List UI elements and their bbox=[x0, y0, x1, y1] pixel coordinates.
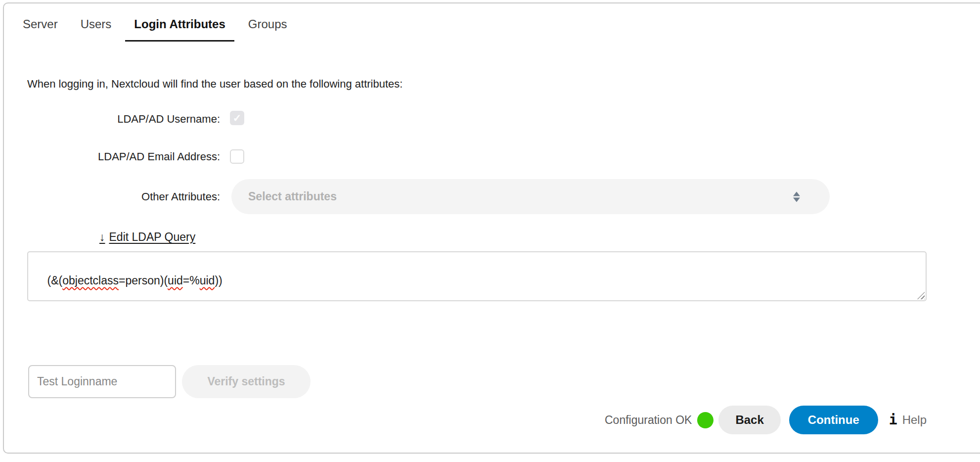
checkmark-icon: ✓ bbox=[233, 113, 242, 123]
username-checkbox[interactable]: ✓ bbox=[230, 111, 244, 125]
ldap-query-text: (&(objectclass=person)(uid=%uid)) bbox=[47, 274, 223, 287]
resize-grip-icon[interactable] bbox=[917, 292, 925, 299]
arrow-down-icon: ↓ bbox=[99, 231, 105, 243]
username-label: LDAP/AD Username: bbox=[4, 113, 220, 126]
tab-server[interactable]: Server bbox=[14, 16, 67, 42]
edit-ldap-query-label: Edit LDAP Query bbox=[109, 231, 196, 243]
configuration-status-text: Configuration OK bbox=[605, 414, 692, 427]
other-attributes-select[interactable]: Select attributes bbox=[231, 179, 830, 214]
email-checkbox[interactable] bbox=[230, 149, 244, 164]
footer-bar: Configuration OK Back Continue i Help bbox=[548, 406, 927, 434]
tab-groups[interactable]: Groups bbox=[239, 16, 296, 42]
info-icon: i bbox=[889, 413, 897, 427]
sort-arrows-icon bbox=[793, 191, 800, 202]
tab-login-attributes[interactable]: Login Attributes bbox=[125, 16, 234, 42]
ldap-query-textarea[interactable]: (&(objectclass=person)(uid=%uid)) bbox=[27, 251, 927, 301]
back-button[interactable]: Back bbox=[718, 406, 780, 434]
test-loginname-input[interactable] bbox=[28, 365, 176, 398]
tab-users[interactable]: Users bbox=[72, 16, 121, 42]
ldap-wizard-panel: Server Users Login Attributes Groups Whe… bbox=[3, 2, 980, 454]
verify-settings-button[interactable]: Verify settings bbox=[182, 365, 311, 398]
status-dot bbox=[697, 412, 713, 428]
email-label: LDAP/AD Email Address: bbox=[4, 150, 220, 163]
select-placeholder: Select attributes bbox=[248, 190, 337, 203]
edit-ldap-query-link[interactable]: ↓Edit LDAP Query bbox=[99, 231, 195, 244]
tab-bar: Server Users Login Attributes Groups bbox=[14, 16, 296, 42]
help-link[interactable]: i Help bbox=[889, 413, 927, 427]
continue-button[interactable]: Continue bbox=[789, 406, 878, 434]
intro-text: When logging in, Nextcloud will find the… bbox=[27, 78, 402, 91]
help-label: Help bbox=[902, 413, 927, 427]
other-attributes-label: Other Attributes: bbox=[4, 190, 220, 203]
